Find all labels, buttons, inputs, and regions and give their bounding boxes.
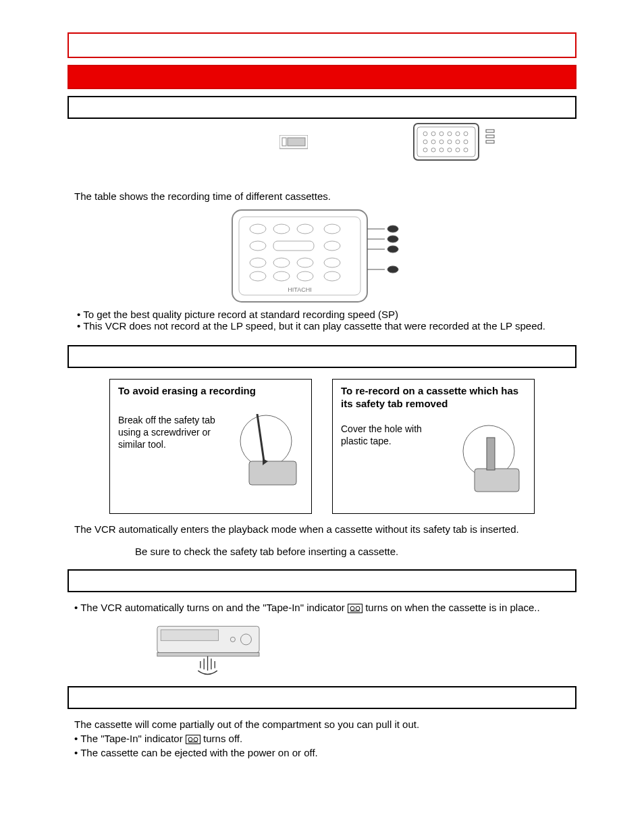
svg-point-15 <box>456 140 460 144</box>
svg-rect-23 <box>486 130 494 132</box>
svg-rect-24 <box>486 135 494 138</box>
section-header-box-1 <box>68 96 576 119</box>
svg-point-36 <box>273 258 290 267</box>
intro-table-note: The table shows the recording time of di… <box>74 190 570 202</box>
eject-partial-note: The cassette will come partially out of … <box>74 719 570 730</box>
svg-rect-67 <box>157 652 259 656</box>
avoid-erase-title: To avoid erasing a recording <box>118 385 303 396</box>
svg-rect-58 <box>487 438 495 470</box>
tape-in-pre: • The VCR automatically turns on and the… <box>74 602 348 613</box>
svg-point-10 <box>464 132 468 136</box>
eject-off-post: turns off. <box>203 733 242 744</box>
svg-point-42 <box>324 271 340 281</box>
section-header-box-3 <box>68 569 576 592</box>
svg-point-49 <box>387 246 398 253</box>
svg-point-16 <box>464 140 468 144</box>
svg-point-61 <box>356 606 360 610</box>
eject-power-note: • The cassette can be ejected with the p… <box>74 747 570 758</box>
svg-point-21 <box>456 148 460 152</box>
tape-in-line: • The VCR automatically turns on and the… <box>74 602 570 613</box>
tape-in-indicator-icon-2 <box>186 733 203 744</box>
tape-in-post: turns on when the cassette is in place.. <box>365 602 539 613</box>
svg-point-14 <box>448 140 452 144</box>
svg-point-30 <box>297 224 313 234</box>
svg-point-47 <box>387 236 398 242</box>
cassette-icon <box>243 123 344 154</box>
svg-rect-33 <box>273 241 314 251</box>
svg-rect-25 <box>486 140 494 143</box>
svg-point-32 <box>250 241 266 251</box>
svg-point-20 <box>448 148 452 152</box>
svg-rect-2 <box>288 138 305 146</box>
svg-point-34 <box>324 241 340 251</box>
svg-point-6 <box>431 132 435 136</box>
top-red-outline-box <box>68 32 576 58</box>
vcr-insert-illustration <box>149 623 570 677</box>
remote-control-large-icon: HITACHI <box>74 209 570 303</box>
svg-point-13 <box>439 140 444 144</box>
svg-point-45 <box>387 226 398 232</box>
svg-point-5 <box>423 132 427 136</box>
section-header-box-4 <box>68 686 576 709</box>
svg-point-11 <box>423 140 427 144</box>
svg-point-22 <box>464 148 468 152</box>
eject-off-pre: • The "Tape-In" indicator <box>74 733 186 744</box>
auto-playback-note: The VCR automatically enters the playbac… <box>74 523 570 535</box>
sp-bullet-1: • To get the best quality picture record… <box>77 309 570 320</box>
rerecord-panel: To re-record on a cassette which has its… <box>332 379 535 514</box>
svg-rect-4 <box>417 127 475 157</box>
svg-point-37 <box>297 258 313 267</box>
svg-point-12 <box>431 140 435 144</box>
svg-point-69 <box>188 737 192 741</box>
svg-point-8 <box>448 132 452 136</box>
check-tab-note: Be sure to check the safety tab before i… <box>135 546 570 557</box>
eject-off-line: • The "Tape-In" indicator turns off. <box>74 733 570 744</box>
svg-point-19 <box>439 148 444 152</box>
svg-text:HITACHI: HITACHI <box>288 286 311 293</box>
svg-point-39 <box>250 271 266 281</box>
svg-rect-1 <box>282 138 286 146</box>
svg-point-31 <box>324 224 340 234</box>
svg-rect-64 <box>161 629 218 640</box>
avoid-erase-panel: To avoid erasing a recording Break off t… <box>109 379 312 514</box>
rerecord-title: To re-record on a cassette which has its… <box>341 385 526 411</box>
svg-point-7 <box>439 132 444 136</box>
sp-bullet-2: • This VCR does not record at the LP spe… <box>77 320 563 332</box>
svg-point-51 <box>387 266 398 273</box>
svg-rect-53 <box>249 461 296 485</box>
rerecord-illustration <box>452 423 526 504</box>
avoid-erase-text: Break off the safety tab using a screwdr… <box>118 414 222 451</box>
svg-point-28 <box>250 224 266 234</box>
svg-rect-27 <box>239 217 360 295</box>
svg-point-35 <box>250 258 266 267</box>
remote-control-top-icon <box>413 123 501 163</box>
svg-point-41 <box>297 271 313 281</box>
svg-point-70 <box>194 737 198 741</box>
tape-in-indicator-icon <box>348 602 365 613</box>
svg-point-52 <box>240 415 292 467</box>
section-header-box-2 <box>68 345 576 368</box>
svg-point-60 <box>350 606 354 610</box>
svg-rect-57 <box>475 469 519 492</box>
svg-point-29 <box>273 224 290 234</box>
red-filled-bar <box>68 65 576 89</box>
avoid-erase-illustration <box>229 414 303 495</box>
svg-point-9 <box>456 132 460 136</box>
svg-point-38 <box>324 258 340 267</box>
svg-point-40 <box>273 271 290 281</box>
rerecord-text: Cover the hole with plastic tape. <box>341 423 445 447</box>
svg-point-18 <box>431 148 435 152</box>
svg-line-54 <box>257 414 264 461</box>
svg-point-17 <box>423 148 427 152</box>
